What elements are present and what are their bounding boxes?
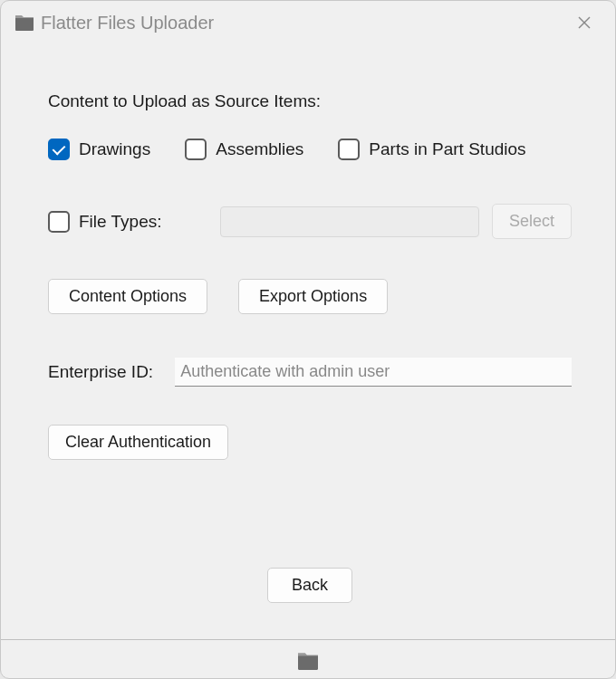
folder-icon [14, 14, 35, 32]
drawings-checkbox-item[interactable]: Drawings [48, 139, 150, 160]
assemblies-label: Assemblies [216, 139, 303, 159]
filetypes-input[interactable] [220, 206, 479, 237]
footer [1, 639, 615, 678]
enterprise-id-input[interactable] [175, 358, 572, 387]
clear-auth-row: Clear Authentication [48, 425, 572, 460]
parts-checkbox[interactable] [338, 139, 360, 160]
clear-authentication-button[interactable]: Clear Authentication [48, 425, 228, 460]
close-button[interactable] [566, 9, 602, 36]
filetypes-checkbox-item[interactable]: File Types: [48, 211, 162, 233]
enterprise-id-label: Enterprise ID: [48, 362, 153, 382]
source-items-row: Drawings Assemblies Parts in Part Studio… [48, 139, 572, 160]
drawings-checkbox[interactable] [48, 139, 70, 160]
export-options-button[interactable]: Export Options [238, 279, 388, 314]
filetypes-label: File Types: [79, 212, 162, 232]
drawings-label: Drawings [79, 139, 150, 159]
section-heading: Content to Upload as Source Items: [48, 91, 572, 111]
footer-folder-icon [295, 651, 321, 671]
assemblies-checkbox[interactable] [185, 139, 207, 160]
spacer [48, 487, 572, 568]
filetypes-row: File Types: Select [48, 204, 572, 239]
parts-label: Parts in Part Studios [369, 139, 525, 159]
content-options-button[interactable]: Content Options [48, 279, 207, 314]
uploader-window: Flatter Files Uploader Content to Upload… [0, 0, 616, 679]
back-button[interactable]: Back [267, 568, 352, 603]
enterprise-row: Enterprise ID: [48, 358, 572, 387]
content-area: Content to Upload as Source Items: Drawi… [1, 43, 615, 639]
window-title: Flatter Files Uploader [41, 13, 566, 33]
select-filetypes-button[interactable]: Select [492, 204, 572, 239]
titlebar: Flatter Files Uploader [1, 1, 615, 43]
parts-checkbox-item[interactable]: Parts in Part Studios [338, 139, 525, 160]
filetypes-checkbox[interactable] [48, 211, 70, 233]
assemblies-checkbox-item[interactable]: Assemblies [185, 139, 303, 160]
back-row: Back [48, 568, 572, 603]
options-row: Content Options Export Options [48, 279, 572, 314]
